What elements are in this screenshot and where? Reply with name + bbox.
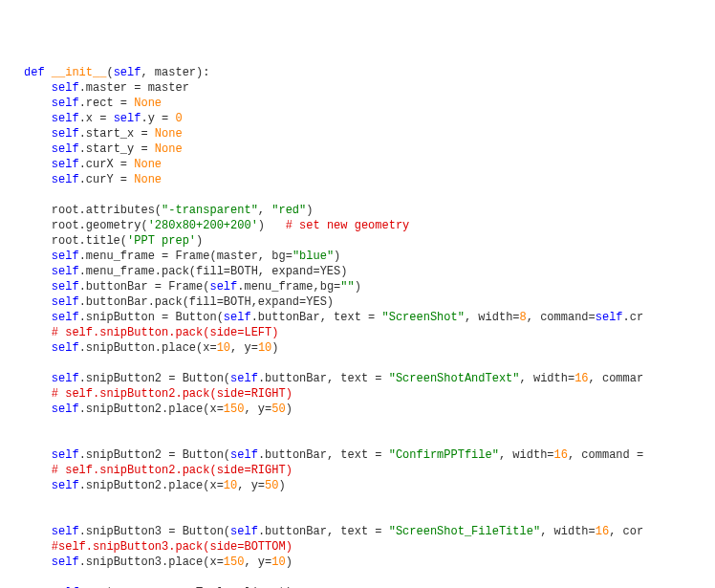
token-num: 150	[224, 403, 245, 416]
code-line: self.snipButton.place(x=10, y=10)	[24, 340, 715, 356]
code-line: root.title('PPT prep')	[24, 233, 715, 249]
token-self-kw: self	[52, 555, 79, 569]
token-comment: #self.snipButton3.pack(side=BOTTOM)	[52, 540, 292, 554]
code-line	[24, 432, 715, 447]
token-num: 50	[271, 403, 285, 416]
token-plain: .menu_frame = Frame(master, bg=	[79, 250, 292, 263]
code-line: self.snipButton2 = Button(self.buttonBar…	[24, 447, 715, 463]
token-self-kw: self	[230, 448, 258, 462]
token-plain: , commar	[589, 372, 644, 385]
token-plain: .buttonBar = Frame(	[79, 280, 210, 294]
token-self-kw: self	[52, 311, 79, 324]
token-plain: )	[196, 234, 203, 248]
code-line: self.snipButton = Button(self.buttonBar,…	[24, 310, 715, 325]
token-plain: .buttonBar, text =	[251, 311, 382, 324]
code-line: self.buttonBar = Frame(self.menu_frame,b…	[24, 279, 715, 294]
token-num: 8	[520, 311, 527, 324]
token-plain: (	[106, 66, 113, 79]
token-plain: .snipButton2 = Button(	[79, 372, 230, 385]
token-num: 10	[271, 555, 285, 569]
token-self-kw: self	[114, 66, 141, 79]
token-str: "blue"	[292, 250, 334, 263]
token-plain: .snipButton2.place(x=	[79, 403, 224, 416]
token-plain: )	[286, 403, 292, 416]
token-plain: )	[355, 280, 361, 294]
token-plain: root.attributes(	[52, 204, 162, 217]
token-plain: .snipButton.place(x=	[79, 341, 217, 355]
token-str: "ScreenShot"	[382, 311, 465, 324]
token-num: 16	[554, 448, 568, 462]
token-plain: , command=	[527, 311, 596, 324]
token-plain: .snipButton2 = Button(	[79, 448, 230, 462]
token-plain: )	[334, 250, 340, 263]
token-self-kw: self	[52, 142, 79, 156]
token-plain: , width=	[499, 448, 554, 462]
token-plain: , width=	[540, 525, 596, 538]
token-plain: .start_x =	[79, 127, 155, 141]
token-plain: , y=	[237, 479, 265, 492]
token-plain: , width=	[465, 311, 520, 324]
token-plain: .y =	[141, 112, 175, 125]
token-plain: )	[258, 219, 286, 232]
token-str: 'PPT prep'	[127, 234, 196, 248]
code-line: # self.snipButton2.pack(side=RIGHT)	[24, 386, 715, 402]
token-fn: __init__	[52, 66, 107, 79]
token-str: ""	[340, 280, 354, 294]
token-plain: .master = master	[79, 81, 189, 95]
token-self-kw: self	[52, 97, 79, 110]
code-line: root.attributes("-transparent", "red")	[24, 203, 715, 218]
code-line: self.snipButton2.place(x=150, y=50)	[24, 402, 715, 417]
code-line: self.curY = None	[24, 172, 715, 187]
code-line: self.curX = None	[24, 157, 715, 172]
token-plain: , y=	[230, 341, 258, 355]
token-str: "red"	[271, 204, 306, 217]
token-num: 10	[217, 341, 230, 355]
code-line: self.rect = None	[24, 96, 715, 111]
token-plain: , width=	[520, 372, 575, 385]
token-fn: None	[155, 142, 183, 156]
token-str: '280x80+200+200'	[148, 219, 258, 232]
token-self-kw: self	[596, 311, 623, 324]
token-plain: .start_y =	[79, 142, 155, 156]
code-line: # self.snipButton.pack(side=LEFT)	[24, 325, 715, 340]
token-fn: None	[134, 97, 162, 110]
token-self-kw: self	[52, 295, 79, 309]
token-plain: .buttonBar, text =	[258, 372, 389, 385]
token-plain: )	[271, 341, 278, 355]
token-plain: , cor	[609, 525, 643, 538]
token-self-kw: self	[52, 479, 79, 492]
code-line: self.start_y = None	[24, 142, 715, 157]
token-str: "ScreenShotAndText"	[389, 372, 520, 385]
token-plain: )	[278, 479, 285, 492]
token-plain: .curX =	[79, 158, 135, 171]
code-line: self.x = self.y = 0	[24, 111, 715, 126]
code-line: #self.snipButton3.pack(side=BOTTOM)	[24, 539, 715, 555]
token-self-kw: self	[224, 311, 251, 324]
token-plain: )	[286, 555, 292, 569]
code-line	[24, 417, 715, 432]
code-line	[24, 493, 715, 509]
token-self-kw: self	[209, 280, 237, 294]
token-plain: , master):	[141, 66, 209, 79]
token-self-kw: self	[230, 525, 258, 538]
token-num: 16	[596, 525, 609, 538]
token-kw: def	[24, 66, 45, 79]
token-self-kw: self	[52, 250, 79, 263]
code-line: self.buttonBar.pack(fill=BOTH,expand=YES…	[24, 294, 715, 310]
token-plain: .x =	[79, 112, 114, 125]
token-num: 10	[224, 479, 237, 492]
token-fn: None	[134, 173, 162, 186]
token-plain: .snipButton2.place(x=	[79, 479, 224, 492]
token-plain: , y=	[244, 555, 271, 569]
token-plain: .snipButton3 = Button(	[79, 525, 230, 538]
token-self-kw: self	[52, 173, 79, 186]
token-comment: # self.snipButton2.pack(side=RIGHT)	[52, 464, 292, 477]
token-plain: , command =	[568, 448, 643, 462]
token-plain	[45, 66, 52, 79]
token-plain: )	[306, 204, 313, 217]
token-self-kw: self	[52, 158, 79, 171]
token-str: "ScreenShot_FileTitle"	[389, 525, 540, 538]
token-plain: .menu_frame.pack(fill=BOTH, expand=YES)	[79, 265, 348, 278]
code-line	[24, 187, 715, 203]
code-line: self.start_x = None	[24, 126, 715, 142]
